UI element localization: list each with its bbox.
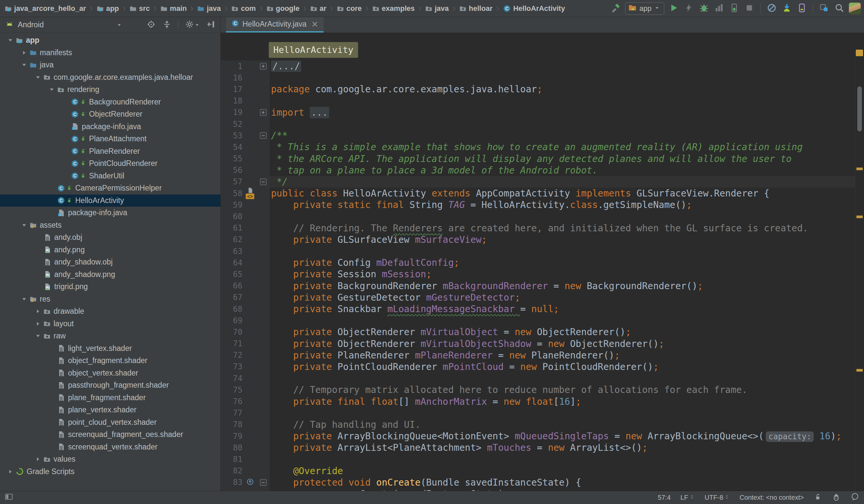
warning-stripe-mark[interactable]: [856, 168, 863, 170]
code-analysis-indicator[interactable]: [856, 50, 863, 56]
tree-item[interactable]: layout: [0, 318, 220, 330]
layout-inspector-button[interactable]: [819, 3, 830, 14]
code-line[interactable]: 57− */: [221, 176, 855, 188]
tree-item[interactable]: object_vertex.shader: [0, 367, 220, 380]
breadcrumb-item[interactable]: src: [130, 4, 150, 13]
fold-expand-icon[interactable]: +: [260, 63, 267, 70]
code-line[interactable]: 73 private PointCloudRenderer mPointClou…: [221, 361, 855, 373]
warning-stripe-mark[interactable]: [856, 369, 863, 372]
encoding-selector[interactable]: UTF-8: [705, 494, 730, 501]
tree-item[interactable]: assets: [0, 219, 220, 232]
tree-item[interactable]: raw: [0, 330, 220, 343]
code-line[interactable]: 55 * the ARCore API. The application wil…: [221, 153, 855, 165]
write-lock-button[interactable]: [814, 493, 822, 503]
editor-breadcrumb-chip[interactable]: HelloArActivity: [269, 42, 358, 58]
code-line[interactable]: 59 private static final String TAG = Hel…: [221, 199, 855, 211]
code-line[interactable]: 66 private BackgroundRenderer mBackgroun…: [221, 280, 855, 292]
breadcrumb-item[interactable]: java: [197, 4, 221, 13]
breadcrumb-item[interactable]: examples: [372, 4, 415, 13]
tree-item[interactable]: CPlaneRenderer: [0, 145, 220, 158]
chevron-expanded-icon[interactable]: [19, 62, 29, 68]
code-line[interactable]: 18: [221, 95, 855, 107]
breadcrumb-item[interactable]: app: [97, 4, 119, 13]
tree-item[interactable]: light_vertex.shader: [0, 343, 220, 355]
tree-item[interactable]: app: [0, 34, 220, 47]
editor-tab-helloaractivity[interactable]: C HelloArActivity.java ✕: [226, 17, 324, 33]
breadcrumb-item[interactable]: ar: [310, 4, 326, 13]
breadcrumb-item[interactable]: main: [160, 4, 187, 13]
fold-expand-icon[interactable]: +: [260, 109, 267, 116]
breadcrumb-item[interactable]: com: [231, 4, 255, 13]
code-line[interactable]: 19+import ...: [221, 107, 855, 118]
event-balloon-button[interactable]: [851, 492, 860, 503]
tree-item[interactable]: values: [0, 453, 220, 466]
code-line[interactable]: 63: [221, 245, 855, 257]
settings-gear-button[interactable]: [185, 20, 200, 30]
tree-item[interactable]: CPlaneAttachment: [0, 133, 220, 145]
chevron-collapsed-icon[interactable]: [19, 50, 29, 56]
fold-collapse-icon[interactable]: −: [260, 132, 267, 139]
tree-item[interactable]: andy.png: [0, 244, 220, 256]
chevron-expanded-icon[interactable]: [46, 86, 57, 93]
code-line[interactable]: 71 private ObjectRenderer mVirtualObject…: [221, 338, 855, 350]
panel-toggle[interactable]: [4, 492, 13, 503]
hide-panel-button[interactable]: [207, 20, 216, 30]
code-line[interactable]: 82 @Override: [221, 465, 855, 477]
code-line[interactable]: 84 super.onCreate(savedInstanceState);: [221, 488, 855, 491]
collapse-all-button[interactable]: [162, 20, 171, 30]
tree-item[interactable]: andy.obj: [0, 231, 220, 244]
chevron-expanded-icon[interactable]: [32, 333, 43, 339]
fold-collapse-icon[interactable]: −: [260, 479, 267, 486]
chevron-collapsed-icon[interactable]: [4, 469, 16, 475]
tree-item[interactable]: trigrid.png: [0, 280, 220, 293]
tree-item[interactable]: andy_shadow.png: [0, 268, 220, 281]
code-line[interactable]: 62 private GLSurfaceView mSurfaceView;: [221, 234, 855, 245]
chevron-expanded-icon[interactable]: [32, 74, 43, 81]
chevron-collapsed-icon[interactable]: [32, 308, 43, 314]
code-line[interactable]: 77: [221, 407, 855, 419]
code-line[interactable]: 1+/.../: [221, 60, 855, 72]
tree-item[interactable]: screenquad_vertex.shader: [0, 441, 220, 453]
fold-collapse-icon[interactable]: −: [260, 178, 267, 185]
tree-item[interactable]: CHelloArActivity: [0, 194, 220, 207]
caret-position[interactable]: 57:4: [658, 494, 671, 501]
tree-item[interactable]: plane_fragment.shader: [0, 392, 220, 404]
inspections-hector-button[interactable]: [832, 492, 841, 503]
editor-body[interactable]: HelloArActivity 1+/.../1617package com.g…: [221, 33, 864, 491]
code-line[interactable]: 65 private Session mSession;: [221, 268, 855, 280]
code-line[interactable]: 58<>public class HelloArActivity extends…: [221, 188, 855, 199]
attach-debugger-button[interactable]: [729, 3, 740, 14]
tree-item[interactable]: Jpackage-info.java: [0, 207, 220, 219]
breadcrumb-item[interactable]: java_arcore_hello_ar: [4, 4, 86, 13]
editor-scrollbar-stripe[interactable]: [855, 60, 864, 491]
code-line[interactable]: 60: [221, 211, 855, 222]
code-line[interactable]: 83− protected void onCreate(Bundle saved…: [221, 477, 855, 488]
tree-item[interactable]: CObjectRenderer: [0, 108, 220, 121]
code-line[interactable]: 72 private PlaneRenderer mPlaneRenderer …: [221, 350, 855, 361]
tree-item[interactable]: res: [0, 293, 220, 305]
tree-item[interactable]: CBackgroundRenderer: [0, 96, 220, 108]
breadcrumb-item[interactable]: google: [266, 4, 300, 13]
code-line[interactable]: 80 private ArrayList<PlaneAttachment> mT…: [221, 442, 855, 453]
code-line[interactable]: 53−/**: [221, 130, 855, 141]
go-to-related-layout-icon[interactable]: <>: [246, 187, 254, 200]
build-hammer-button[interactable]: [610, 3, 621, 14]
panel-toggle-icon[interactable]: [4, 492, 13, 503]
tree-item[interactable]: drawable: [0, 305, 220, 318]
search-everywhere-button[interactable]: [834, 3, 845, 14]
tree-item[interactable]: rendering: [0, 83, 220, 96]
code-line[interactable]: 17package com.google.ar.core.examples.ja…: [221, 83, 855, 95]
tree-item[interactable]: passthrough_fragment.shader: [0, 379, 220, 392]
warning-stripe-mark[interactable]: [856, 216, 863, 218]
code-line[interactable]: 54 * This is a simple example that shows…: [221, 141, 855, 153]
chevron-collapsed-icon[interactable]: [32, 321, 43, 327]
code-line[interactable]: 79 private ArrayBlockingQueue<MotionEven…: [221, 430, 855, 442]
code-line[interactable]: 68 private Snackbar mLoadingMessageSnack…: [221, 303, 855, 315]
code-line[interactable]: 78 // Tap handling and UI.: [221, 419, 855, 430]
run-config-selector[interactable]: app: [625, 2, 664, 15]
breadcrumb-item[interactable]: CHelloArActivity: [503, 4, 565, 13]
apply-changes-lightning-button[interactable]: [683, 3, 695, 14]
gradle-sync-button[interactable]: [766, 3, 777, 14]
code-line[interactable]: 52: [221, 118, 855, 130]
locate-file-button[interactable]: [146, 20, 156, 30]
